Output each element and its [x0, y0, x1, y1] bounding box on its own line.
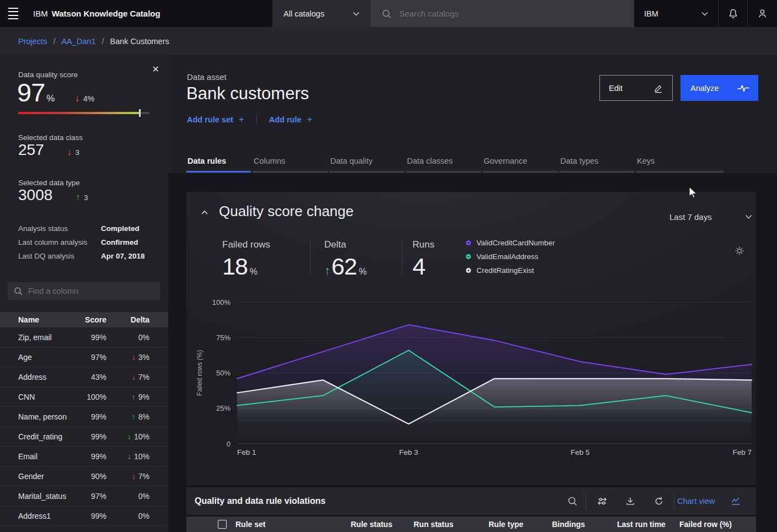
tab-label: Governance: [483, 157, 527, 165]
legend-item[interactable]: CreditRatingExist: [466, 264, 555, 277]
svg-text:Failed rows (%): Failed rows (%): [196, 350, 203, 396]
tab-underline: [636, 171, 724, 173]
column-score-row[interactable]: CNN100%↑9%: [0, 387, 168, 407]
tab-data-rules[interactable]: Data rules: [186, 156, 251, 173]
column-score-row[interactable]: Zip, email99%0%: [0, 327, 168, 347]
delta-value: 7%: [138, 373, 149, 381]
select-all-checkbox[interactable]: [218, 520, 227, 529]
columns-table-header: Name Score Delta: [0, 312, 168, 327]
svg-text:0: 0: [227, 440, 231, 448]
notifications-button[interactable]: [719, 0, 748, 27]
add-rule-set-button[interactable]: Add rule set +: [187, 114, 244, 125]
svg-text:Feb 3: Feb 3: [399, 448, 419, 456]
stat-runs: Runs4: [412, 239, 435, 280]
violations-column-header[interactable]: Bindings: [552, 517, 585, 532]
tab-data-quality[interactable]: Data quality: [329, 156, 404, 173]
restart-icon[interactable]: [650, 492, 668, 510]
catalogs-dropdown[interactable]: All catalogs: [272, 0, 371, 27]
tab-label: Data quality: [329, 157, 373, 165]
column-score-row[interactable]: Gender90%↓7%: [0, 466, 168, 486]
settings-adjust-icon: [597, 496, 607, 506]
user-profile-button[interactable]: [748, 0, 777, 27]
catalogs-dropdown-label: All catalogs: [283, 9, 353, 18]
download-button[interactable]: [621, 492, 639, 510]
violations-column-header[interactable]: Rule status: [351, 517, 392, 532]
column-score: 99%: [72, 333, 106, 342]
watson-knowledge-catalog-app: IBMWatson Knowledge Catalog All catalogs…: [0, 0, 777, 532]
column-score-row[interactable]: Address43%↓7%: [0, 367, 168, 387]
data-type-number: 3008: [18, 186, 52, 204]
chart-view-button[interactable]: Chart view: [677, 487, 741, 515]
column-header-name[interactable]: Name: [18, 315, 72, 324]
column-name: Address: [18, 373, 72, 381]
collapse-chevron-up-icon[interactable]: [201, 208, 208, 217]
column-score: 99%: [72, 412, 106, 421]
column-score: 99%: [72, 432, 106, 441]
column-score-row[interactable]: Credit_rating99%↓10%: [0, 427, 168, 447]
quality-score-change-panel: Quality score change Last 7 days Failed …: [186, 192, 756, 485]
search-icon: [14, 287, 23, 295]
data-class-delta: 3: [76, 148, 79, 157]
account-dropdown[interactable]: IBM: [634, 0, 719, 27]
divider: [256, 114, 257, 125]
svg-text:75%: 75%: [216, 334, 231, 342]
tab-underline: [406, 171, 481, 173]
delta-value: 10%: [134, 432, 149, 441]
quality-score-line-chart[interactable]: 025%50%75%100%Failed rows (%)Feb 1Feb 3F…: [186, 294, 756, 476]
delta-value: 7%: [138, 472, 149, 481]
legend-label: ValidEmailAddress: [476, 252, 538, 261]
column-score: 97%: [72, 353, 106, 362]
settings-gear-icon[interactable]: [735, 246, 744, 257]
column-header-delta[interactable]: Delta: [106, 315, 149, 324]
arrow-up-icon: ↑: [132, 393, 136, 401]
column-score-row[interactable]: Email99%↓10%: [0, 447, 168, 466]
arrow-up-icon: ↑: [76, 192, 80, 202]
violations-column-header[interactable]: Failed row (%): [679, 517, 732, 532]
column-search: [8, 282, 160, 300]
violations-table-header: Rule setRule statusRun statusRule typeBi…: [186, 517, 756, 532]
edit-button[interactable]: Edit: [599, 75, 673, 101]
legend-item[interactable]: ValidCreditCardNumber: [466, 236, 555, 250]
svg-text:25%: 25%: [216, 404, 231, 412]
violations-title: Quality and data rule violations: [195, 487, 325, 515]
edit-pencil-icon: [653, 83, 663, 93]
search-input[interactable]: [392, 0, 634, 27]
violations-column-header[interactable]: Run status: [414, 517, 453, 532]
find-column-input[interactable]: [23, 287, 160, 295]
asset-tabs: Data rulesColumnsData qualityData classe…: [186, 156, 724, 173]
plus-icon: +: [307, 114, 313, 125]
column-score-row[interactable]: Marital_status97%0%: [0, 486, 168, 506]
violations-column-header[interactable]: Rule set: [235, 517, 265, 532]
arrow-down-icon: ↓: [132, 353, 136, 362]
violations-column-header[interactable]: Last run time: [617, 517, 666, 532]
menu-icon[interactable]: [8, 8, 20, 19]
tab-data-types[interactable]: Data types: [559, 156, 634, 173]
column-header-score[interactable]: Score: [72, 315, 106, 324]
delta-value: 9%: [138, 393, 149, 401]
quality-score-unit: %: [46, 93, 55, 104]
arrow-down-icon: ↓: [132, 373, 136, 381]
stat-number: 18: [222, 253, 248, 280]
stat-label: Failed rows: [222, 239, 270, 250]
breadcrumb-item[interactable]: AA_Dan1: [61, 37, 95, 46]
column-score-row[interactable]: Name, person99%↑8%: [0, 407, 168, 427]
column-score-row[interactable]: Age97%↓3%: [0, 347, 168, 367]
column-score-row[interactable]: Address199%0%: [0, 506, 168, 526]
search-button[interactable]: [564, 492, 581, 510]
analyze-button-label: Analyze: [690, 84, 719, 93]
violations-column-header[interactable]: Rule type: [489, 517, 523, 532]
breadcrumb: Projects/AA_Dan1/Bank Customers: [0, 27, 777, 55]
breadcrumb-item[interactable]: Projects: [18, 37, 47, 46]
column-score: 90%: [72, 472, 106, 481]
filter-button[interactable]: [593, 492, 611, 510]
tab-governance[interactable]: Governance: [483, 156, 558, 173]
date-range-dropdown[interactable]: Last 7 days: [669, 209, 752, 224]
close-icon[interactable]: ✕: [152, 65, 159, 74]
tab-data-classes[interactable]: Data classes: [406, 156, 481, 173]
add-rule-button[interactable]: Add rule +: [269, 114, 313, 125]
tab-columns[interactable]: Columns: [253, 156, 328, 173]
legend-item[interactable]: ValidEmailAddress: [466, 250, 555, 264]
analyze-button[interactable]: Analyze: [680, 75, 758, 101]
tab-keys[interactable]: Keys: [636, 156, 724, 173]
data-type-value: 3008 ↑ 3: [18, 186, 88, 204]
